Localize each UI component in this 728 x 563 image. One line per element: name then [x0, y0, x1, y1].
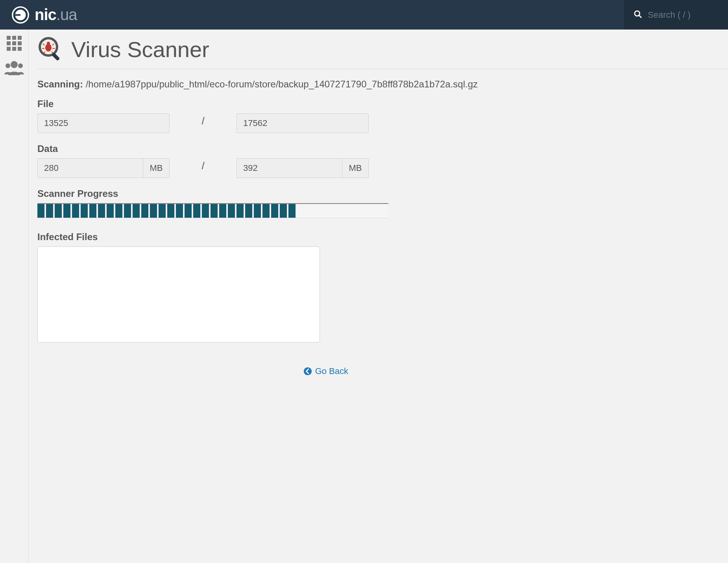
data-total-field [237, 158, 342, 178]
svg-rect-13 [18, 47, 22, 51]
progress-wrap [37, 203, 728, 218]
svg-line-4 [639, 15, 641, 17]
progress-fill [37, 204, 297, 218]
arrow-left-circle-icon [303, 367, 312, 376]
sidebar-item-apps[interactable] [6, 35, 22, 53]
search-box[interactable] [624, 0, 728, 30]
scanning-path: /home/a1987ppu/public_html/eco-forum/sto… [86, 79, 478, 89]
search-icon [634, 10, 642, 20]
search-input[interactable] [648, 10, 719, 20]
infected-files-box [37, 246, 320, 343]
header: nic.ua [0, 0, 728, 30]
svg-rect-9 [12, 41, 16, 45]
page-title: Virus Scanner [71, 37, 209, 62]
scanning-label: Scanning: [37, 79, 83, 89]
svg-rect-12 [12, 47, 16, 51]
data-current-field [37, 158, 143, 178]
svg-rect-11 [7, 47, 11, 51]
svg-rect-7 [18, 36, 22, 40]
file-current-field [37, 113, 170, 133]
sidebar-item-users[interactable] [4, 60, 24, 77]
svg-point-14 [11, 61, 18, 68]
data-row: MB / MB [37, 158, 728, 178]
page-title-row: Virus Scanner [37, 30, 728, 67]
file-total-field [237, 113, 369, 133]
grid-icon [6, 46, 22, 53]
file-label: File [37, 98, 728, 109]
file-row: / [37, 113, 728, 133]
brand-logo[interactable]: nic.ua [0, 6, 77, 24]
svg-point-15 [6, 63, 10, 68]
go-back-label: Go Back [315, 366, 348, 376]
go-back-link[interactable]: Go Back [303, 366, 348, 376]
data-label: Data [37, 143, 728, 154]
infected-label: Infected Files [37, 231, 728, 243]
svg-rect-10 [18, 41, 22, 45]
main: Virus Scanner Scanning: /home/a1987ppu/p… [29, 30, 728, 563]
title-divider [37, 69, 728, 69]
svg-rect-26 [52, 52, 60, 61]
data-total-unit: MB [342, 158, 369, 178]
file-separator: / [170, 115, 237, 127]
virus-scanner-icon [37, 36, 64, 63]
svg-point-16 [18, 63, 23, 68]
brand-logo-text: nic.ua [35, 6, 77, 24]
svg-rect-2 [15, 14, 20, 16]
svg-point-27 [304, 367, 312, 375]
svg-point-19 [47, 42, 50, 45]
svg-rect-8 [7, 41, 11, 45]
svg-rect-6 [12, 36, 16, 40]
svg-rect-5 [7, 36, 11, 40]
shell: Virus Scanner Scanning: /home/a1987ppu/p… [0, 30, 728, 563]
users-icon [4, 70, 24, 76]
progress-label: Scanner Progress [37, 188, 728, 199]
progress-bar [37, 203, 388, 218]
brand-logo-icon [11, 6, 30, 24]
data-current-unit: MB [143, 158, 170, 178]
scanning-line: Scanning: /home/a1987ppu/public_html/eco… [37, 79, 728, 90]
sidebar [0, 30, 29, 563]
data-separator: / [170, 160, 237, 172]
